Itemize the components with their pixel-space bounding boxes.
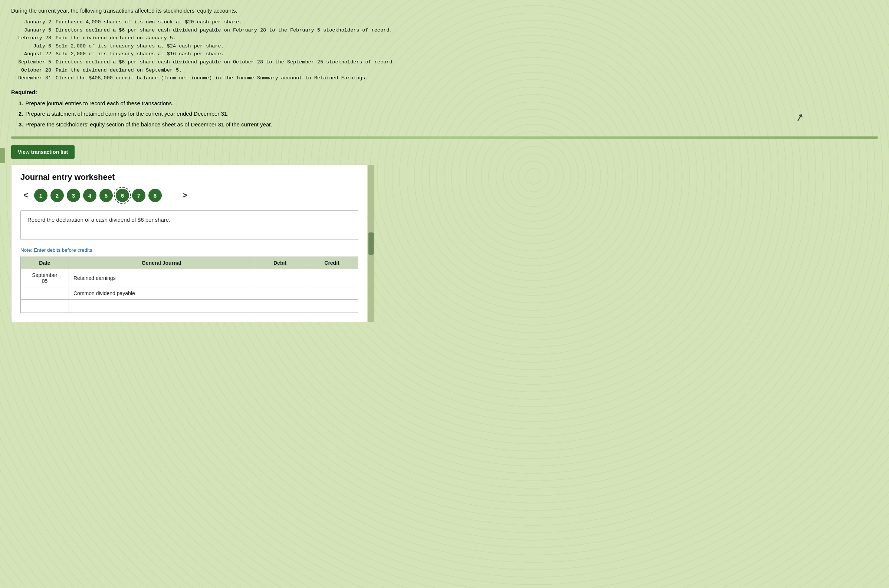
next-arrow[interactable]: >: [180, 190, 190, 201]
journal-title: Journal entry worksheet: [20, 172, 358, 182]
entry-cell-1[interactable]: Retained earnings: [69, 269, 254, 287]
step-3[interactable]: 3: [67, 189, 80, 202]
tx-date: January 5: [15, 26, 56, 34]
step-1[interactable]: 1: [34, 189, 48, 202]
req-text-3: Prepare the stockholders' equity section…: [26, 119, 272, 130]
table-row: September05 Retained earnings: [21, 269, 358, 287]
tx-desc: Sold 2,000 of its treasury shares at $24…: [56, 42, 878, 50]
date-cell-2: [21, 287, 69, 300]
col-debit: Debit: [254, 257, 306, 269]
transactions-block: January 2 Purchased 4,000 shares of its …: [15, 18, 878, 82]
transaction-row: August 22 Sold 2,000 of its treasury sha…: [15, 50, 878, 58]
req-text-2: Prepare a statement of retained earnings…: [26, 109, 229, 119]
view-btn-wrapper: View transaction list: [11, 146, 878, 159]
entry-cell-2[interactable]: Common dividend payable: [69, 287, 254, 300]
req-num-3: 3.: [18, 119, 23, 130]
side-tab: [0, 148, 5, 163]
step-6[interactable]: 6: [116, 189, 129, 202]
tx-date: December 31: [15, 74, 56, 82]
transaction-row: January 5 Directors declared a $6 per sh…: [15, 26, 878, 34]
page-wrapper: During the current year, the following t…: [0, 0, 889, 588]
transaction-row: December 31 Closed the $408,000 credit b…: [15, 74, 878, 82]
empty-gj: [69, 300, 254, 313]
note-text: Note: Enter debits before credits.: [20, 247, 358, 253]
req-num-2: 2.: [18, 109, 23, 119]
tx-desc: Paid the dividend declared on January 5.: [56, 34, 878, 42]
credit-cell-2[interactable]: [306, 287, 358, 300]
transaction-row: January 2 Purchased 4,000 shares of its …: [15, 18, 878, 26]
empty-debit: [254, 300, 306, 313]
entry-text-2: Common dividend payable: [74, 290, 135, 296]
col-general-journal: General Journal: [69, 257, 254, 269]
req-num-1: 1.: [18, 98, 23, 109]
transaction-row: July 6 Sold 2,000 of its treasury shares…: [15, 42, 878, 50]
tx-desc: Closed the $408,000 credit balance (from…: [56, 74, 878, 82]
journal-card: Journal entry worksheet < 1 2 3 4 5 6 7 …: [11, 165, 367, 322]
tx-date: January 2: [15, 18, 56, 26]
transaction-row: October 28 Paid the dividend declared on…: [15, 66, 878, 75]
required-items: 1. Prepare journal entries to record eac…: [18, 98, 878, 130]
required-item-3: 3. Prepare the stockholders' equity sect…: [18, 119, 878, 130]
transaction-row: February 28 Paid the dividend declared o…: [15, 34, 878, 42]
date-cell-1: September05: [21, 269, 69, 287]
intro-text: During the current year, the following t…: [11, 8, 878, 14]
content: During the current year, the following t…: [11, 8, 878, 322]
empty-credit: [306, 300, 358, 313]
journal-table: Date General Journal Debit Credit Septem…: [20, 256, 358, 313]
tx-desc: Paid the dividend declared on September …: [56, 66, 878, 75]
credit-cell-1[interactable]: [306, 269, 358, 287]
req-text-1: Prepare journal entries to record each o…: [26, 98, 174, 109]
step-7[interactable]: 7: [132, 189, 146, 202]
entry-text-1: Retained earnings: [74, 275, 116, 281]
tx-desc: Directors declared a $6 per share cash d…: [56, 58, 878, 66]
empty-date: [21, 300, 69, 313]
transaction-row: September 5 Directors declared a $6 per …: [15, 58, 878, 66]
debit-cell-1[interactable]: [254, 269, 306, 287]
tx-desc: Directors declared a $6 per share cash d…: [56, 26, 878, 34]
table-row: Common dividend payable: [21, 287, 358, 300]
step-5[interactable]: 5: [99, 189, 113, 202]
step-2[interactable]: 2: [50, 189, 64, 202]
tx-date: February 28: [15, 34, 56, 42]
tx-desc: Sold 2,000 of its treasury shares at $16…: [56, 50, 878, 58]
step-8[interactable]: 8: [148, 189, 162, 202]
col-credit: Credit: [306, 257, 358, 269]
debit-cell-2[interactable]: [254, 287, 306, 300]
tx-date: September 5: [15, 58, 56, 66]
required-item-2: 2. Prepare a statement of retained earni…: [18, 109, 878, 119]
required-label: Required:: [11, 89, 878, 95]
scrollbar-thumb[interactable]: [369, 232, 374, 255]
divider: [11, 136, 878, 139]
tx-date: July 6: [15, 42, 56, 50]
view-transaction-button[interactable]: View transaction list: [11, 146, 75, 159]
scrollbar[interactable]: [368, 165, 375, 322]
step-nav: < 1 2 3 4 5 6 7 8 >: [20, 189, 358, 202]
tx-date: October 28: [15, 66, 56, 75]
tx-desc: Purchased 4,000 shares of its own stock …: [56, 18, 878, 26]
tx-date: August 22: [15, 50, 56, 58]
required-section: Required: 1. Prepare journal entries to …: [11, 89, 878, 130]
step-4[interactable]: 4: [83, 189, 96, 202]
description-box: Record the declaration of a cash dividen…: [20, 210, 358, 240]
description-text: Record the declaration of a cash dividen…: [27, 216, 170, 223]
prev-arrow[interactable]: <: [20, 190, 31, 201]
table-row-empty: [21, 300, 358, 313]
required-item-1: 1. Prepare journal entries to record eac…: [18, 98, 878, 109]
col-date: Date: [21, 257, 69, 269]
